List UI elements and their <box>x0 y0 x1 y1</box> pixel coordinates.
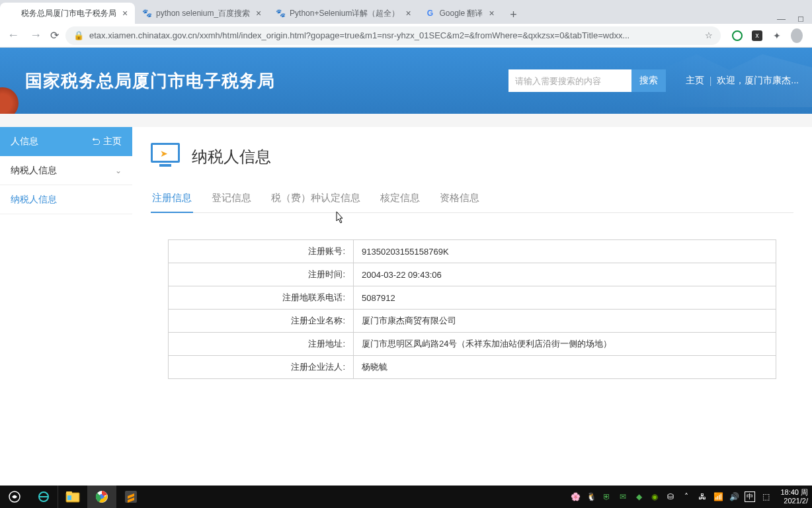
tray-icon[interactable]: ⛁ <box>665 491 676 502</box>
taskbar: 🌸 🐧 ⛨ ✉ ◆ ◉ ⛁ ˄ 🖧 📶 🔊 中 ⬚ 18:40 周 2021/2… <box>0 486 812 508</box>
row-value: 5087912 <box>354 286 776 310</box>
url-bar[interactable]: 🔒 etax.xiamen.chinatax.gov.cn/xxmh/html/… <box>65 26 721 45</box>
puzzle-icon[interactable]: ✦ <box>771 30 783 42</box>
tab-register-info[interactable]: 注册信息 <box>151 187 193 212</box>
clock-time: 18:40 <box>780 488 799 496</box>
site-header: 国家税务总局厦门市电子税务局 搜索 主页 | 欢迎，厦门市康杰... <box>0 48 812 114</box>
start-button[interactable] <box>0 486 29 508</box>
home-link[interactable]: 主页 <box>686 75 704 87</box>
extension-icon[interactable]: x <box>751 30 763 42</box>
chevron-down-icon: ⌄ <box>115 166 122 175</box>
maximize-icon[interactable]: ◻ <box>797 14 804 24</box>
close-icon[interactable]: × <box>120 9 130 18</box>
tab-title: python selenium_百度搜索 <box>156 8 250 19</box>
sub-bar <box>0 114 812 127</box>
content-area: ➤ 纳税人信息 注册信息 登记信息 税（费）种认定信息 核定信息 资格信息 注册… <box>132 127 812 395</box>
user-name-link[interactable]: 厦门市康杰... <box>745 75 799 85</box>
address-bar-row: ← → ⟳ 🔒 etax.xiamen.chinatax.gov.cn/xxmh… <box>0 24 812 48</box>
lock-icon: 🔒 <box>73 30 84 40</box>
tab-title: Python+Selenium详解（超全） <box>290 8 399 19</box>
tray-icon[interactable]: ◆ <box>633 491 644 502</box>
browser-tab-strip: 税务总局厦门市电子税务局 × 🐾 python selenium_百度搜索 × … <box>0 0 812 24</box>
row-label: 注册地址: <box>169 333 354 356</box>
extension-icon[interactable] <box>731 30 743 42</box>
monitor-icon: ➤ <box>151 143 183 171</box>
tray-icon[interactable]: 🌸 <box>570 491 581 502</box>
tray-shield-icon[interactable]: ⛨ <box>602 491 612 502</box>
sidebar-item-taxpayer-info-sub[interactable]: 纳税人信息 <box>0 185 132 214</box>
row-label: 注册企业法人: <box>169 356 354 379</box>
bookmark-star-icon[interactable]: ☆ <box>705 30 713 40</box>
extension-icons: x ✦ <box>727 30 807 42</box>
row-label: 注册地联系电话: <box>169 286 354 310</box>
logo-badge <box>0 87 19 114</box>
table-row: 注册时间:2004-03-22 09:43:06 <box>169 263 776 286</box>
forward-icon: → <box>28 28 44 42</box>
row-value: 91350203155158769K <box>354 240 776 263</box>
tray-chevron-up-icon[interactable]: ˄ <box>681 491 692 502</box>
minimize-icon[interactable]: — <box>777 14 786 24</box>
tray-ime-icon[interactable]: 中 <box>745 491 755 502</box>
back-icon[interactable]: ← <box>5 28 21 42</box>
clock-day: 周 <box>801 488 808 496</box>
tab-favicon: G <box>425 8 435 19</box>
tray-volume-icon[interactable]: 🔊 <box>729 491 739 502</box>
tab-title: Google 翻译 <box>439 8 483 19</box>
table-row: 注册地联系电话:5087912 <box>169 286 776 310</box>
browser-tab[interactable]: G Google 翻译 × <box>418 3 501 24</box>
info-table: 注册账号:91350203155158769K注册时间:2004-03-22 0… <box>168 239 776 379</box>
search-wrap: 搜索 <box>508 69 666 92</box>
sidebar-item-taxpayer-info[interactable]: 纳税人信息 ⌄ <box>0 156 132 185</box>
sidebar-item-label: 纳税人信息 <box>11 165 57 177</box>
tab-qualification-info[interactable]: 资格信息 <box>438 187 481 212</box>
page-title-row: ➤ 纳税人信息 <box>151 143 793 171</box>
tab-tax-type-info[interactable]: 税（费）种认定信息 <box>270 187 362 212</box>
tray-icon[interactable]: ⬚ <box>760 491 771 502</box>
taskbar-chrome-icon[interactable] <box>87 486 116 508</box>
new-tab-button[interactable]: + <box>505 5 523 24</box>
tray-qq-icon[interactable]: 🐧 <box>586 491 596 502</box>
table-row: 注册企业法人:杨晓毓 <box>169 356 776 379</box>
profile-avatar[interactable] <box>791 30 803 42</box>
svg-rect-3 <box>66 491 72 494</box>
search-input[interactable] <box>508 69 631 92</box>
row-label: 注册时间: <box>169 263 354 286</box>
taskbar-sublime-icon[interactable] <box>116 486 145 508</box>
close-icon[interactable]: × <box>254 9 263 18</box>
sidebar-item-label: 纳税人信息 <box>11 194 57 206</box>
taskbar-explorer-icon[interactable] <box>58 486 87 508</box>
browser-tab[interactable]: 🐾 Python+Selenium详解（超全） × <box>268 3 418 24</box>
taskbar-ie-icon[interactable] <box>29 486 58 508</box>
content-tabs: 注册信息 登记信息 税（费）种认定信息 核定信息 资格信息 <box>151 187 793 213</box>
tray-network-icon[interactable]: 🖧 <box>697 491 708 502</box>
sidebar-header[interactable]: 人信息 ⮌ 主页 <box>0 127 132 156</box>
welcome-prefix: 欢迎， <box>717 75 745 85</box>
sidebar-home-link[interactable]: ⮌ 主页 <box>91 136 122 148</box>
search-button[interactable]: 搜索 <box>631 69 666 92</box>
divider: | <box>710 75 712 86</box>
tab-favicon: 🐾 <box>275 8 286 19</box>
system-tray: 🌸 🐧 ⛨ ✉ ◆ ◉ ⛁ ˄ 🖧 📶 🔊 中 ⬚ 18:40 周 2021/2… <box>570 488 812 505</box>
page-title: 纳税人信息 <box>192 146 271 167</box>
close-icon[interactable]: × <box>403 9 413 18</box>
row-value: 厦门市康杰商贸有限公司 <box>354 310 776 333</box>
clock-date: 2021/2/ <box>780 497 808 505</box>
tray-wechat-icon[interactable]: ✉ <box>618 491 628 502</box>
tab-registration-info[interactable]: 登记信息 <box>210 187 253 212</box>
browser-tab[interactable]: 税务总局厦门市电子税务局 × <box>0 3 135 24</box>
tray-nvidia-icon[interactable]: ◉ <box>649 491 660 502</box>
tray-wifi-icon[interactable]: 📶 <box>713 491 723 502</box>
taskbar-left <box>0 486 145 508</box>
row-value: 2004-03-22 09:43:06 <box>354 263 776 286</box>
close-icon[interactable]: × <box>487 9 497 18</box>
main-layout: 人信息 ⮌ 主页 纳税人信息 ⌄ 纳税人信息 ➤ 纳税人信息 注册信息 登记信息… <box>0 127 812 395</box>
url-text: etax.xiamen.chinatax.gov.cn/xxmh/html/in… <box>89 30 700 40</box>
browser-tab[interactable]: 🐾 python selenium_百度搜索 × <box>135 3 268 24</box>
site-title: 国家税务总局厦门市电子税务局 <box>25 69 275 93</box>
header-links: 主页 | 欢迎，厦门市康杰... <box>686 75 799 87</box>
table-row: 注册账号:91350203155158769K <box>169 240 776 263</box>
taskbar-clock[interactable]: 18:40 周 2021/2/ <box>776 488 808 505</box>
tab-favicon <box>7 8 17 19</box>
reload-icon[interactable]: ⟳ <box>50 29 59 42</box>
tab-assessment-info[interactable]: 核定信息 <box>379 187 421 212</box>
